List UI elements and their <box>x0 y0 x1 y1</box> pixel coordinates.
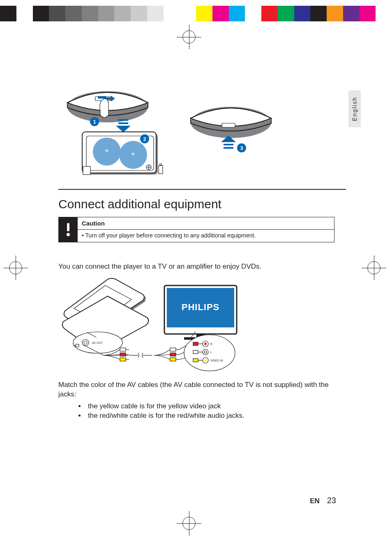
svg-rect-76 <box>193 342 198 345</box>
svg-rect-31 <box>67 223 69 231</box>
svg-text:3: 3 <box>240 145 243 151</box>
svg-rect-78 <box>193 350 198 354</box>
svg-text:AV OUT: AV OUT <box>92 341 103 344</box>
step-badge-3: 3 <box>237 143 246 152</box>
svg-rect-43 <box>120 348 126 351</box>
caution-icon <box>59 217 78 242</box>
svg-rect-7 <box>118 122 128 124</box>
battery-icon <box>159 164 163 174</box>
footer-page-number: 23 <box>327 496 336 505</box>
svg-rect-28 <box>224 147 233 149</box>
svg-rect-80 <box>193 359 198 362</box>
svg-rect-2 <box>98 96 106 99</box>
caution-box: Caution Turn off your player before conn… <box>58 217 334 242</box>
footer-language: EN <box>310 497 320 505</box>
registration-mark-bottom <box>177 511 201 536</box>
section-divider <box>58 189 346 190</box>
page-area: English 1 + <box>33 53 361 509</box>
svg-rect-19 <box>83 166 90 175</box>
svg-rect-51 <box>170 348 176 351</box>
svg-text:2: 2 <box>143 136 146 142</box>
svg-point-74 <box>204 359 207 361</box>
svg-text:1: 1 <box>93 119 96 125</box>
paragraph-match-colors: Match the color of the AV cables (the AV… <box>58 380 338 399</box>
svg-text:L: L <box>210 351 212 354</box>
svg-rect-47 <box>120 358 126 361</box>
diagram-battery-install: 1 + + <box>58 66 288 177</box>
step-badge-1: 1 <box>90 117 99 126</box>
registration-mark-top <box>177 25 201 49</box>
caution-title: Caution <box>78 217 334 230</box>
list-item: the red/white cable is for the red/white… <box>85 411 333 421</box>
svg-point-68 <box>204 343 207 345</box>
svg-rect-53 <box>170 353 176 356</box>
svg-rect-6 <box>118 119 128 121</box>
color-calibration-bar <box>0 6 392 21</box>
list-item: the yellow cable is for the yellow video… <box>85 402 333 411</box>
paragraph-intro: You can connect the player to a TV or an… <box>58 262 338 271</box>
page-footer: EN 23 <box>310 496 336 505</box>
caution-body: Turn off your player before connecting t… <box>78 230 334 242</box>
diagram-av-connection: AV OUT <box>58 277 247 378</box>
svg-text:R: R <box>210 343 212 345</box>
svg-marker-8 <box>116 126 131 132</box>
svg-rect-25 <box>222 123 235 127</box>
svg-rect-45 <box>120 353 126 356</box>
svg-point-71 <box>204 351 207 353</box>
svg-rect-21 <box>160 164 161 166</box>
registration-mark-left <box>3 256 28 280</box>
svg-rect-20 <box>159 166 163 174</box>
svg-rect-27 <box>224 144 233 145</box>
language-tab-label: English <box>351 97 358 121</box>
language-tab: English <box>348 90 361 127</box>
svg-point-32 <box>67 233 70 236</box>
svg-text:VIDEO IN: VIDEO IN <box>210 359 223 362</box>
svg-rect-55 <box>170 358 176 361</box>
svg-text:+: + <box>131 150 136 158</box>
section-heading: Connect additional equipment <box>58 197 221 211</box>
step-badge-2: 2 <box>140 134 149 143</box>
cable-bullet-list: the yellow cable is for the yellow video… <box>78 402 333 421</box>
registration-mark-right <box>362 256 386 280</box>
svg-point-65 <box>184 335 235 371</box>
svg-text:+: + <box>105 147 109 155</box>
svg-text:PHILIPS: PHILIPS <box>182 302 220 312</box>
